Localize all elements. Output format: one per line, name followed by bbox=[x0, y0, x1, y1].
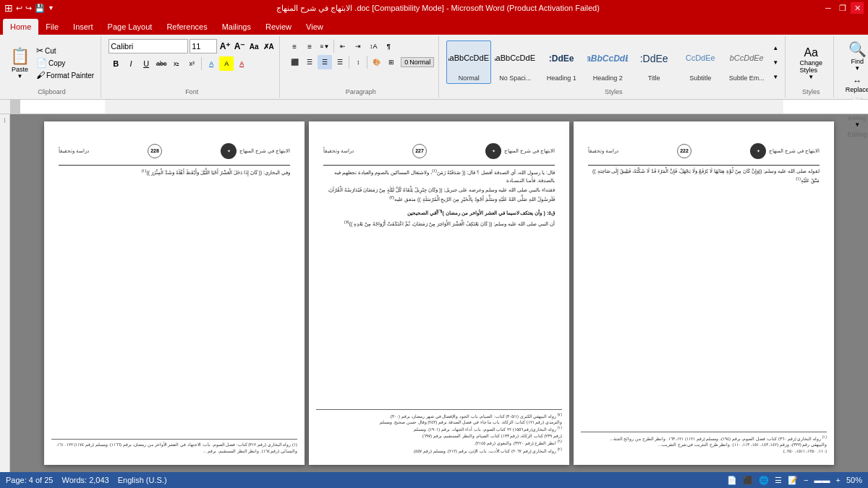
align-center-button[interactable]: ☰ bbox=[302, 55, 317, 69]
quick-access-save[interactable]: 💾 bbox=[35, 4, 45, 13]
line-spacing-button[interactable]: ↕ bbox=[351, 55, 365, 69]
numbering-button[interactable]: ≡ bbox=[302, 39, 317, 53]
pages-container[interactable]: الابتهاج في شرح المنهاج ✦ 228 دراسة وتحق… bbox=[10, 114, 868, 472]
shading-button[interactable]: 🎨 bbox=[369, 55, 383, 69]
styles-scroll-button[interactable]: ▲ ▼ ▼ bbox=[770, 40, 780, 84]
tab-view[interactable]: View bbox=[299, 19, 331, 35]
font-shrink-button[interactable]: A⁻ bbox=[233, 40, 246, 53]
sort-button[interactable]: ↕A bbox=[366, 39, 380, 53]
page-227-footnote: (٧) رواه البيهقي الكبرى (٣٠٥/١) كتاب: ال… bbox=[316, 409, 562, 454]
font-size-input[interactable] bbox=[190, 39, 217, 53]
tab-references[interactable]: References bbox=[159, 19, 214, 35]
text-effects-button[interactable]: A bbox=[204, 56, 218, 71]
style-no-spacing[interactable]: AaBbCcDdEe No Spaci... bbox=[493, 40, 537, 84]
style-heading1-label: Heading 1 bbox=[547, 74, 576, 82]
bullets-button[interactable]: ≡ bbox=[287, 39, 302, 53]
page-222-content[interactable]: لقوله صلى الله عليه وسلم: ((وَإِنَّ كَان… bbox=[588, 168, 820, 184]
change-styles-button[interactable]: Aa ChangeStyles ▼ bbox=[793, 45, 829, 82]
page-227-title-left: دراسة وتحقيقاً bbox=[323, 147, 354, 155]
style-heading2-label: Heading 2 bbox=[593, 74, 623, 82]
font-content: A⁺ A⁻ Aa ✗A B I U abc x₂ x² A A A bbox=[109, 38, 275, 87]
page-228-content[interactable]: وفي البخاري: (( كَانَ إِذَا دَخَلَ الْعَ… bbox=[59, 168, 290, 177]
restore-button[interactable]: ❐ bbox=[836, 2, 849, 14]
highlight-button[interactable]: A bbox=[219, 56, 234, 71]
window-controls: ─ ❐ ✕ bbox=[822, 2, 864, 14]
underline-button[interactable]: U bbox=[139, 56, 153, 71]
multilevel-list-button[interactable]: ≡▼ bbox=[318, 39, 332, 53]
tab-mailings[interactable]: Mailings bbox=[215, 19, 258, 35]
page-222-text: لقوله صلى الله عليه وسلم: ((وَإِنَّ كَان… bbox=[588, 168, 820, 184]
align-left-button[interactable]: ⬛ bbox=[287, 55, 302, 69]
style-title[interactable]: :DdEe Title bbox=[631, 40, 676, 84]
page-227-text2: فقتداء بالنبي صلى الله عليه وسلم وعرضه ع… bbox=[323, 187, 555, 203]
style-normal[interactable]: AaBbCcDdEe Normal bbox=[446, 40, 491, 84]
font-name-input[interactable] bbox=[109, 39, 188, 53]
quick-access-undo[interactable]: ↩ bbox=[16, 4, 22, 13]
ruler-corner[interactable] bbox=[10, 100, 20, 114]
style-subtle-em[interactable]: bCcDdEe Subtle Em... bbox=[724, 40, 769, 84]
view-web-icon[interactable]: 🌐 bbox=[759, 476, 769, 485]
format-painter-label: Format Painter bbox=[46, 72, 94, 80]
logo-icon-228: ✦ bbox=[227, 148, 231, 154]
format-painter-button[interactable]: 🖌 Format Painter bbox=[34, 69, 96, 81]
borders-button[interactable]: ⊞ bbox=[384, 55, 399, 69]
clear-formatting-button[interactable]: ✗A bbox=[262, 40, 275, 53]
italic-button[interactable]: I bbox=[124, 56, 138, 71]
bold-button[interactable]: B bbox=[109, 56, 123, 71]
zoom-slider[interactable]: ▬▬ bbox=[814, 476, 830, 484]
paste-dropdown-icon[interactable]: ▼ bbox=[17, 73, 23, 80]
cut-button[interactable]: ✂ Cut bbox=[34, 45, 96, 56]
svg-rect-1 bbox=[105, 100, 783, 114]
zoom-out-button[interactable]: − bbox=[804, 476, 808, 484]
view-fullscreen-icon[interactable]: ⬛ bbox=[743, 476, 753, 485]
copy-button[interactable]: 📄 Copy bbox=[34, 57, 96, 69]
close-button[interactable]: ✕ bbox=[851, 2, 864, 14]
increase-indent-button[interactable]: ⇥ bbox=[351, 39, 365, 53]
justify-button[interactable]: ☰ bbox=[333, 55, 347, 69]
minimize-button[interactable]: ─ bbox=[822, 2, 835, 14]
decrease-indent-button[interactable]: ⇤ bbox=[336, 39, 350, 53]
style-heading2[interactable]: AaBbCcDdEe Heading 2 bbox=[585, 40, 630, 84]
tab-home[interactable]: Home bbox=[3, 19, 38, 35]
find-dropdown[interactable]: ▼ bbox=[854, 65, 860, 72]
tab-page-layout[interactable]: Page Layout bbox=[101, 19, 160, 35]
zoom-level: 50% bbox=[846, 476, 862, 484]
tab-review[interactable]: Review bbox=[258, 19, 299, 35]
font-color-button[interactable]: A bbox=[234, 56, 249, 71]
word-count: Words: 2,043 bbox=[61, 476, 109, 484]
change-styles-dropdown[interactable]: ▼ bbox=[808, 74, 814, 80]
view-outline-icon[interactable]: ☰ bbox=[775, 476, 782, 485]
quick-access-dropdown[interactable]: ▼ bbox=[48, 4, 54, 12]
quick-access-redo[interactable]: ↪ bbox=[25, 4, 32, 13]
find-button[interactable]: 🔍 Find ▼ bbox=[841, 39, 868, 73]
style-no-spacing-preview: AaBbCcDdEe bbox=[495, 43, 535, 74]
style-subtitle[interactable]: CcDdEe Subtitle bbox=[678, 40, 723, 84]
page-228: الابتهاج في شرح المنهاج ✦ 228 دراسة وتحق… bbox=[44, 121, 305, 465]
align-right-button[interactable]: ☰ bbox=[318, 55, 332, 69]
word-icon: ⊞ bbox=[4, 2, 13, 14]
paste-button[interactable]: 📋 Paste ▼ bbox=[7, 46, 33, 81]
change-case-button[interactable]: Aa bbox=[247, 40, 260, 53]
change-styles-group-label: Styles bbox=[793, 87, 829, 96]
clipboard-group: 📋 Paste ▼ ✂ Cut 📄 Copy 🖌 Format Painter bbox=[3, 36, 101, 98]
tab-insert[interactable]: Insert bbox=[66, 19, 101, 35]
zoom-in-button[interactable]: + bbox=[836, 476, 841, 484]
replace-button[interactable]: ↔ Replace bbox=[841, 74, 868, 95]
format-buttons-row: B I U abc x₂ x² A A A bbox=[109, 56, 249, 71]
superscript-button[interactable]: x² bbox=[184, 56, 199, 71]
view-print-icon[interactable]: 📄 bbox=[727, 476, 737, 485]
page-227-content[interactable]: قال: يا رسول الله، أي الصدقة أفضل ؟ قال:… bbox=[323, 168, 555, 228]
font-grow-button[interactable]: A⁺ bbox=[218, 40, 231, 53]
style-subtle-em-label: Subtle Em... bbox=[729, 74, 765, 82]
page-228-divider-top bbox=[59, 165, 290, 166]
subscript-button[interactable]: x₂ bbox=[169, 56, 184, 71]
style-heading1[interactable]: :DdEe Heading 1 bbox=[539, 40, 584, 84]
show-hide-button[interactable]: ¶ bbox=[381, 39, 396, 53]
cut-icon: ✂ bbox=[36, 46, 43, 56]
page-227-badge: 227 bbox=[412, 144, 427, 158]
tab-file[interactable]: File bbox=[38, 19, 66, 35]
view-draft-icon[interactable]: 📝 bbox=[788, 476, 798, 485]
footnote-222-text: (١) رواه البخاري (رقم ٣٦٠) كتاب: فضل الص… bbox=[581, 435, 827, 454]
strikethrough-button[interactable]: abc bbox=[154, 56, 169, 71]
page-227-header-right: الابتهاج في شرح المنهاج ✦ bbox=[485, 143, 555, 159]
